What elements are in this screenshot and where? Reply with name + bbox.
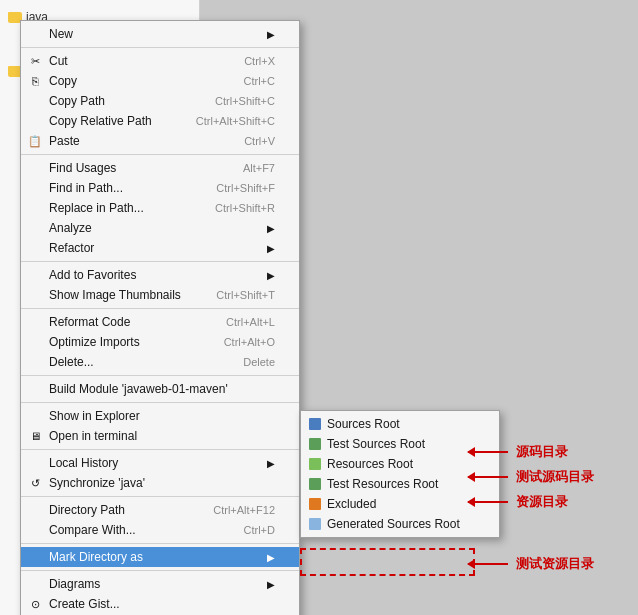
dir-path-icon (27, 502, 43, 518)
menu-item-replace-in-path[interactable]: Replace in Path... Ctrl+Shift+R (21, 198, 299, 218)
separator (21, 496, 299, 497)
refactor-icon (27, 240, 43, 256)
separator (21, 154, 299, 155)
generated-sources-icon (309, 518, 321, 530)
delete-icon (27, 354, 43, 370)
annotation-label: 资源目录 (516, 493, 568, 511)
menu-item-build-module[interactable]: Build Module 'javaweb-01-maven' (21, 379, 299, 399)
annotation-test-resources: 测试资源目录 (468, 555, 594, 573)
arrow-icon: ▶ (267, 29, 275, 40)
menu-item-reformat[interactable]: Reformat Code Ctrl+Alt+L (21, 312, 299, 332)
shortcut: Ctrl+Alt+F12 (193, 504, 275, 516)
sources-root-icon (309, 418, 321, 430)
menu-label: Delete... (49, 355, 94, 369)
find-usages-icon (27, 160, 43, 176)
separator (21, 402, 299, 403)
sync-icon: ↺ (27, 475, 43, 491)
arrow-icon: ▶ (267, 243, 275, 254)
menu-item-cut[interactable]: ✂ Cut Ctrl+X (21, 51, 299, 71)
menu-item-create-gist[interactable]: ⊙ Create Gist... (21, 594, 299, 614)
menu-label: Replace in Path... (49, 201, 144, 215)
menu-item-find-usages[interactable]: Find Usages Alt+F7 (21, 158, 299, 178)
submenu-label: Sources Root (327, 417, 400, 431)
menu-label: Show Image Thumbnails (49, 288, 181, 302)
test-resources-root-icon (309, 478, 321, 490)
separator (21, 570, 299, 571)
menu-item-open-terminal[interactable]: 🖥 Open in terminal (21, 426, 299, 446)
menu-item-show-explorer[interactable]: Show in Explorer (21, 406, 299, 426)
submenu-item-sources-root[interactable]: Sources Root (301, 414, 499, 434)
menu-item-copy-relative-path[interactable]: Copy Relative Path Ctrl+Alt+Shift+C (21, 111, 299, 131)
shortcut: Ctrl+Alt+Shift+C (176, 115, 275, 127)
shortcut: Ctrl+Shift+T (196, 289, 275, 301)
menu-item-diagrams[interactable]: Diagrams ▶ (21, 574, 299, 594)
menu-item-delete[interactable]: Delete... Delete (21, 352, 299, 372)
menu-label: Find in Path... (49, 181, 123, 195)
arrow-icon: ▶ (267, 552, 275, 563)
shortcut: Alt+F7 (223, 162, 275, 174)
shortcut: Ctrl+D (224, 524, 275, 536)
shortcut: Ctrl+X (224, 55, 275, 67)
menu-item-find-in-path[interactable]: Find in Path... Ctrl+Shift+F (21, 178, 299, 198)
menu-label: Find Usages (49, 161, 116, 175)
menu-label: Synchronize 'java' (49, 476, 145, 490)
new-icon (27, 26, 43, 42)
favorites-icon (27, 267, 43, 283)
compare-icon (27, 522, 43, 538)
shortcut: Ctrl+Alt+O (204, 336, 275, 348)
submenu-label: Resources Root (327, 457, 413, 471)
separator (21, 261, 299, 262)
shortcut: Ctrl+V (224, 135, 275, 147)
menu-item-optimize-imports[interactable]: Optimize Imports Ctrl+Alt+O (21, 332, 299, 352)
annotation-label: 测试源码目录 (516, 468, 594, 486)
separator (21, 449, 299, 450)
submenu-item-generated-sources[interactable]: Generated Sources Root (301, 514, 499, 534)
menu-label: Show in Explorer (49, 409, 140, 423)
menu-label: Copy Relative Path (49, 114, 152, 128)
menu-label: Copy Path (49, 94, 105, 108)
menu-label: Compare With... (49, 523, 136, 537)
menu-label: Paste (49, 134, 80, 148)
explorer-icon (27, 408, 43, 424)
test-sources-root-icon (309, 438, 321, 450)
menu-item-paste[interactable]: 📋 Paste Ctrl+V (21, 131, 299, 151)
menu-label: Open in terminal (49, 429, 137, 443)
arrow-icon: ▶ (267, 579, 275, 590)
reformat-icon (27, 314, 43, 330)
menu-item-compare[interactable]: Compare With... Ctrl+D (21, 520, 299, 540)
annotation-label: 测试资源目录 (516, 555, 594, 573)
menu-item-add-favorites[interactable]: Add to Favorites ▶ (21, 265, 299, 285)
optimize-icon (27, 334, 43, 350)
menu-label: New (49, 27, 73, 41)
separator (21, 543, 299, 544)
submenu-label: Test Resources Root (327, 477, 438, 491)
arrow-icon: ▶ (267, 270, 275, 281)
copy-icon: ⎘ (27, 73, 43, 89)
find-in-path-icon (27, 180, 43, 196)
terminal-icon: 🖥 (27, 428, 43, 444)
menu-item-show-thumbnails[interactable]: Show Image Thumbnails Ctrl+Shift+T (21, 285, 299, 305)
menu-item-copy[interactable]: ⎘ Copy Ctrl+C (21, 71, 299, 91)
menu-item-synchronize[interactable]: ↺ Synchronize 'java' (21, 473, 299, 493)
thumbnail-icon (27, 287, 43, 303)
shortcut: Ctrl+Shift+R (195, 202, 275, 214)
menu-item-mark-directory[interactable]: Mark Directory as ▶ (21, 547, 299, 567)
menu-item-new[interactable]: New ▶ (21, 24, 299, 44)
menu-label: Optimize Imports (49, 335, 140, 349)
menu-label: Local History (49, 456, 118, 470)
menu-item-directory-path[interactable]: Directory Path Ctrl+Alt+F12 (21, 500, 299, 520)
menu-item-refactor[interactable]: Refactor ▶ (21, 238, 299, 258)
menu-item-copy-path[interactable]: Copy Path Ctrl+Shift+C (21, 91, 299, 111)
separator (21, 308, 299, 309)
menu-label: Directory Path (49, 503, 125, 517)
copy-path-icon (27, 93, 43, 109)
shortcut: Ctrl+Shift+F (196, 182, 275, 194)
menu-item-local-history[interactable]: Local History ▶ (21, 453, 299, 473)
shortcut: Ctrl+Alt+L (206, 316, 275, 328)
menu-item-analyze[interactable]: Analyze ▶ (21, 218, 299, 238)
menu-label: Copy (49, 74, 77, 88)
menu-label: Cut (49, 54, 68, 68)
analyze-icon (27, 220, 43, 236)
shortcut: Delete (223, 356, 275, 368)
submenu-label: Generated Sources Root (327, 517, 460, 531)
